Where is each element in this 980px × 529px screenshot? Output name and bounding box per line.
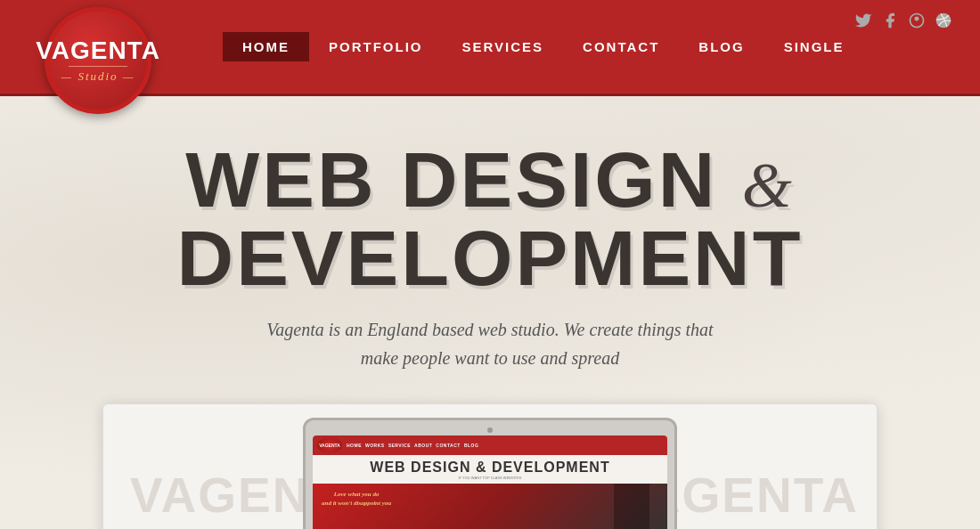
logo-brand: VAGENTA [36, 38, 160, 63]
logo-divider [69, 66, 127, 67]
nav-services[interactable]: SERVICES [443, 32, 564, 61]
facebook-icon[interactable] [880, 11, 900, 30]
skype-icon[interactable] [907, 11, 927, 30]
mini-nav-home: HOME [347, 443, 362, 448]
mini-nav: VAGENTA HOME WORKS SERVICE ABOUT CONTACT… [313, 435, 667, 455]
mini-image-text: Love what you do and it won't disappoint… [322, 491, 391, 509]
hero-title: WEB DESIGN & DEVELOPMENT [18, 141, 962, 297]
mini-nav-about: ABOUT [414, 443, 432, 448]
mini-content: WEB DESIGN & DEVELOPMENT IF YOU WANT TOP… [313, 455, 667, 529]
hero-ampersand: & [742, 150, 795, 221]
hero-subtitle: Vagenta is an England based web studio. … [258, 315, 722, 372]
twitter-icon[interactable] [853, 11, 873, 30]
mini-title: WEB DESIGN & DEVELOPMENT [320, 460, 660, 476]
nav-portfolio[interactable]: PORTFOLIO [309, 32, 443, 61]
hero-title-part1: WEB DESIGN [185, 135, 717, 224]
nav-home[interactable]: HOME [223, 32, 309, 61]
social-icons [853, 11, 953, 30]
mini-image-person [614, 484, 649, 529]
mini-image-line2: and it won't disappoint you [322, 500, 391, 507]
logo[interactable]: VAGENTA — Studio — [45, 7, 151, 114]
mini-nav-service: SERVICE [388, 443, 411, 448]
header: VAGENTA — Studio — HOME PORTFOLIO SERVIC… [0, 0, 980, 96]
mini-nav-works: WORKS [365, 443, 385, 448]
mini-image-block: Love what you do and it won't disappoint… [313, 484, 667, 529]
preview-box: VAGENTA VAGENTA VAGENTA HOME WORKS SERVI… [102, 403, 878, 529]
laptop-screen-outer: VAGENTA HOME WORKS SERVICE ABOUT CONTACT… [303, 418, 677, 529]
nav-blog[interactable]: BLOG [679, 32, 764, 61]
main-nav: HOME PORTFOLIO SERVICES CONTACT BLOG SIN… [223, 32, 864, 61]
laptop-camera [487, 427, 493, 433]
dribbble-icon[interactable] [934, 11, 953, 30]
laptop-mockup: VAGENTA HOME WORKS SERVICE ABOUT CONTACT… [303, 418, 677, 529]
mini-image-line1: Love what you do [334, 491, 380, 498]
mini-nav-items: HOME WORKS SERVICE ABOUT CONTACT BLOG [347, 443, 478, 448]
hero-title-part2: DEVELOPMENT [177, 214, 804, 302]
mini-nav-contact: CONTACT [436, 443, 461, 448]
logo-subtitle: — Studio — [61, 69, 135, 84]
mini-subtitle: IF YOU WANT TOP CLASS WEBSITES [320, 476, 660, 480]
main-content: WEB DESIGN & DEVELOPMENT Vagenta is an E… [0, 96, 980, 529]
nav-single[interactable]: SINGLE [764, 32, 864, 61]
mini-logo-text: VAGENTA [319, 443, 340, 448]
nav-contact[interactable]: CONTACT [563, 32, 679, 61]
mini-logo: VAGENTA [317, 437, 342, 453]
laptop-screen: VAGENTA HOME WORKS SERVICE ABOUT CONTACT… [313, 435, 667, 529]
mini-nav-blog: BLOG [464, 443, 478, 448]
